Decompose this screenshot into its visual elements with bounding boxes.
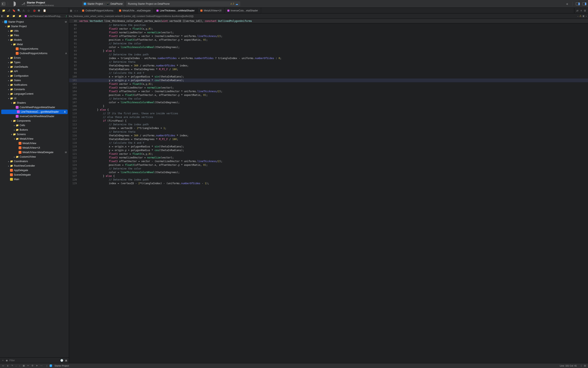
tree-row[interactable]: LineThicknessC…gonMetalShaderA: [1, 110, 68, 114]
tree-row[interactable]: InverseColorWheelMetalShader: [0, 114, 69, 119]
breakpoint-nav-icon[interactable]: ⬣: [38, 9, 41, 12]
tab-1[interactable]: MetalUIVie…etalDelegate: [116, 8, 154, 13]
disclosure-icon[interactable]: ▸: [7, 84, 10, 86]
breadcrumb-folder-icon[interactable]: 📁: [12, 15, 15, 17]
tab-3[interactable]: MetalUIView+UI: [197, 8, 224, 13]
tree-row[interactable]: ▸📁CustomUIView: [0, 155, 69, 159]
run-button[interactable]: [14, 2, 16, 5]
right-panel-toggle-icon[interactable]: [582, 2, 586, 5]
library-icon[interactable]: [576, 2, 580, 5]
step-over-icon[interactable]: ↷: [11, 364, 13, 367]
tree-row[interactable]: ▸📁LanguageContent: [0, 92, 69, 96]
nav-back-button[interactable]: ‹: [74, 9, 76, 12]
tree-row[interactable]: PolygonUniforms: [0, 47, 69, 51]
warning-icon[interactable]: ⚠: [579, 15, 581, 17]
code-line[interactable]: 126 color = lineThicknessColorWheel(thet…: [69, 171, 588, 174]
disclosure-icon[interactable]: ▾: [7, 97, 10, 100]
code-line[interactable]: 96 // Determine theta: [69, 60, 588, 64]
disclosure-icon[interactable]: ▾: [10, 133, 13, 136]
tree-row[interactable]: MetalUIView+MetalDelegateM: [0, 150, 69, 155]
location-icon[interactable]: ➤: [36, 364, 38, 367]
scheme-selector[interactable]: Starter Project › 📱 DelaPhone: [82, 1, 124, 6]
folder-nav-icon[interactable]: 📁: [2, 9, 5, 12]
process-name[interactable]: Starter Project: [54, 365, 69, 367]
code-line[interactable]: 92 color = lineThicknessColorWheel(theta…: [69, 45, 588, 49]
tree-row[interactable]: ▾📁MetalUIView: [0, 137, 69, 141]
issue-nav-icon[interactable]: ⚠: [22, 9, 26, 12]
tree-row[interactable]: OutlinedPolygonUniformsA: [0, 51, 69, 55]
code-line[interactable]: 98 thetaInRadians = thetaInDegrees * M_P…: [69, 67, 588, 71]
code-line[interactable]: 123 float3 offsetVector = vector - (norm…: [69, 159, 588, 163]
code-line[interactable]: 106 // Determine the color: [69, 97, 588, 101]
code-line[interactable]: 119 x = origin.x + polygonRadius * sin(t…: [69, 145, 588, 148]
left-panel-toggle-icon[interactable]: [2, 2, 5, 6]
code-line[interactable]: 111 // else these are outside vertices: [69, 115, 588, 119]
scm-filter-icon[interactable]: ▣: [65, 359, 67, 362]
tab-0[interactable]: OutlinedPolygonUniforms: [79, 8, 116, 13]
step-into-icon[interactable]: ↓: [16, 365, 17, 367]
code-line[interactable]: 93 } else {: [69, 49, 588, 53]
disclosure-icon[interactable]: ▸: [13, 156, 16, 158]
report-nav-icon[interactable]: 📋: [43, 9, 46, 12]
code-line[interactable]: 97 thetaInDegrees = 360 / uniforms.numbe…: [69, 64, 588, 67]
adjust-editor-icon[interactable]: ≡: [580, 9, 582, 12]
jump-related-icon[interactable]: ◧: [1, 15, 3, 17]
add-editor-icon[interactable]: ⊞: [584, 9, 586, 12]
sticky-scope-header[interactable]: 48 vertex VertexOut line_thickness_color…: [69, 19, 588, 23]
debug-nav-icon[interactable]: 🐞: [33, 9, 36, 12]
jump-next-icon[interactable]: ›: [586, 15, 587, 17]
filter-input[interactable]: [9, 359, 59, 362]
disclosure-icon[interactable]: ▸: [7, 88, 10, 91]
disclosure-icon[interactable]: ▸: [7, 79, 10, 82]
tree-row[interactable]: ▸📁Buttons: [0, 128, 69, 132]
code-line[interactable]: 101 y = origin.y + polygonRadius * cos(t…: [69, 79, 588, 82]
tree-row[interactable]: ▾📁Starter Project: [0, 24, 69, 29]
disclosure-icon[interactable]: ▾: [10, 102, 13, 104]
code-line[interactable]: 100 x = origin.x + polygonRadius * sin(t…: [69, 75, 588, 79]
code-line[interactable]: 122 float3 normalizedVector = normalize(…: [69, 156, 588, 159]
jump-prev-icon[interactable]: ‹: [578, 15, 579, 17]
disclosure-icon[interactable]: ▸: [13, 129, 16, 131]
disclosure-icon[interactable]: ▸: [7, 75, 10, 77]
related-items-icon[interactable]: ⇄: [576, 9, 579, 12]
breadcrumb-symbol[interactable]: line_thickness_color_wheel_vertex_main(u…: [69, 15, 194, 17]
code-line[interactable]: 127 } else {: [69, 174, 588, 178]
tree-row[interactable]: ▸📁Configuration: [0, 74, 69, 78]
code-line[interactable]: 124 position = float3(offsetVector.x, of…: [69, 163, 588, 167]
tree-row[interactable]: ▾📁UI: [0, 96, 69, 101]
doc-items-icon[interactable]: ▦: [70, 9, 72, 12]
code-line[interactable]: 88 float3 normalizedVector = normalize(v…: [69, 31, 588, 34]
nav-forward-button[interactable]: ›: [76, 9, 78, 12]
debug-view-icon[interactable]: ▦: [23, 364, 25, 367]
cloud-icon[interactable]: ☁: [235, 2, 238, 6]
tree-row[interactable]: ▸📁UserDefaults: [0, 64, 69, 69]
code-line[interactable]: 94 // Determine the index path: [69, 53, 588, 56]
disclosure-icon[interactable]: ▾: [4, 25, 7, 28]
tree-row[interactable]: ▾📁Models: [0, 38, 69, 42]
memory-graph-icon[interactable]: ✂: [27, 364, 29, 367]
tree-row[interactable]: SceneDelegate: [0, 173, 69, 177]
breadcrumb-folder-icon[interactable]: 📁: [7, 15, 9, 17]
disclosure-icon[interactable]: ▸: [7, 30, 10, 32]
tree-row[interactable]: MetalUIView+UI: [0, 146, 69, 150]
breadcrumb-folder-icon[interactable]: 📁: [18, 15, 21, 17]
code-line[interactable]: 115 // Determine theta: [69, 130, 588, 134]
disclosure-icon[interactable]: ▸: [7, 57, 10, 59]
pause-icon[interactable]: ⏸: [7, 365, 9, 367]
code-line[interactable]: 112 if (firstPass) {: [69, 119, 588, 123]
tab-2[interactable]: LineThickness…onMetalShader: [154, 8, 197, 13]
code-line[interactable]: 113 // Determine the index path: [69, 123, 588, 126]
filter-scope-icon[interactable]: ◉: [6, 359, 8, 362]
disclosure-icon[interactable]: ▸: [7, 66, 10, 68]
environment-icon[interactable]: ⚙: [31, 364, 34, 367]
disclosure-icon[interactable]: ▾: [10, 43, 13, 46]
code-line[interactable]: 91 // Determine the color: [69, 42, 588, 45]
tree-row[interactable]: ▾📁Components: [0, 119, 69, 123]
disclosure-icon[interactable]: ▸: [7, 160, 10, 163]
code-line[interactable]: 87 float3 vector = float3(x,y,0);: [69, 27, 588, 31]
disclosure-icon[interactable]: ▸: [7, 34, 10, 37]
disclosure-icon[interactable]: ▾: [7, 39, 10, 41]
disclosure-icon[interactable]: ▾: [13, 138, 16, 140]
tree-row[interactable]: ▸📁Coordinators: [0, 159, 69, 164]
code-line[interactable]: 116 thetaInDegrees = 360 / uniforms.numb…: [69, 134, 588, 137]
